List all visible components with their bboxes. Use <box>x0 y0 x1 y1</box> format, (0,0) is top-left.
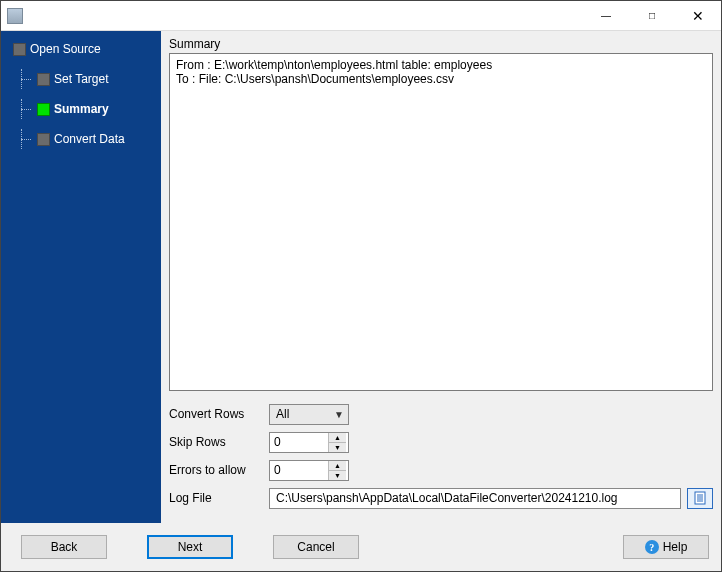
summary-label: Summary <box>169 37 713 51</box>
errors-allow-label: Errors to allow <box>169 463 269 477</box>
spin-up-icon[interactable]: ▲ <box>329 433 346 443</box>
chevron-down-icon: ▼ <box>334 409 344 420</box>
next-button[interactable]: Next <box>147 535 233 559</box>
help-button[interactable]: ? Help <box>623 535 709 559</box>
sidebar-step-set-target[interactable]: Set Target <box>7 69 161 89</box>
help-button-label: Help <box>663 540 688 554</box>
step-box-icon <box>13 43 26 56</box>
skip-rows-input[interactable] <box>270 433 328 452</box>
convert-rows-select[interactable]: All ▼ <box>269 404 349 425</box>
step-box-icon <box>37 133 50 146</box>
close-button[interactable]: ✕ <box>675 1 721 31</box>
main-panel: Summary From : E:\work\temp\nton\employe… <box>161 31 721 523</box>
options-form: Convert Rows All ▼ Skip Rows ▲ ▼ <box>169 403 713 515</box>
wizard-sidebar: Open Source Set Target Summary Convert D… <box>1 31 161 523</box>
spin-up-icon[interactable]: ▲ <box>329 461 346 471</box>
skip-rows-label: Skip Rows <box>169 435 269 449</box>
sidebar-step-convert-data[interactable]: Convert Data <box>7 129 161 149</box>
app-window: — □ ✕ Open Source Set Target Summary <box>0 0 722 572</box>
convert-rows-value: All <box>276 407 289 421</box>
maximize-button[interactable]: □ <box>629 1 675 31</box>
document-icon <box>693 491 707 505</box>
sidebar-root-open-source[interactable]: Open Source <box>7 39 161 59</box>
titlebar: — □ ✕ <box>1 1 721 31</box>
sidebar-step-label: Set Target <box>54 72 108 86</box>
help-icon: ? <box>645 540 659 554</box>
sidebar-step-label: Convert Data <box>54 132 125 146</box>
wizard-footer: Back Next Cancel ? Help <box>1 523 721 571</box>
errors-allow-spinner[interactable]: ▲ ▼ <box>269 460 349 481</box>
log-file-label: Log File <box>169 491 269 505</box>
sidebar-step-label: Summary <box>54 102 109 116</box>
log-file-browse-button[interactable] <box>687 488 713 509</box>
svg-rect-0 <box>695 492 705 504</box>
step-box-icon <box>37 103 50 116</box>
spin-down-icon[interactable]: ▼ <box>329 471 346 480</box>
log-file-input[interactable] <box>269 488 681 509</box>
spin-down-icon[interactable]: ▼ <box>329 443 346 452</box>
step-box-icon <box>37 73 50 86</box>
back-button[interactable]: Back <box>21 535 107 559</box>
skip-rows-spinner[interactable]: ▲ ▼ <box>269 432 349 453</box>
sidebar-step-summary[interactable]: Summary <box>7 99 161 119</box>
errors-allow-input[interactable] <box>270 461 328 480</box>
app-icon <box>7 8 23 24</box>
summary-textarea[interactable]: From : E:\work\temp\nton\employees.html … <box>169 53 713 391</box>
convert-rows-label: Convert Rows <box>169 407 269 421</box>
sidebar-root-label: Open Source <box>30 42 101 56</box>
minimize-button[interactable]: — <box>583 1 629 31</box>
cancel-button[interactable]: Cancel <box>273 535 359 559</box>
